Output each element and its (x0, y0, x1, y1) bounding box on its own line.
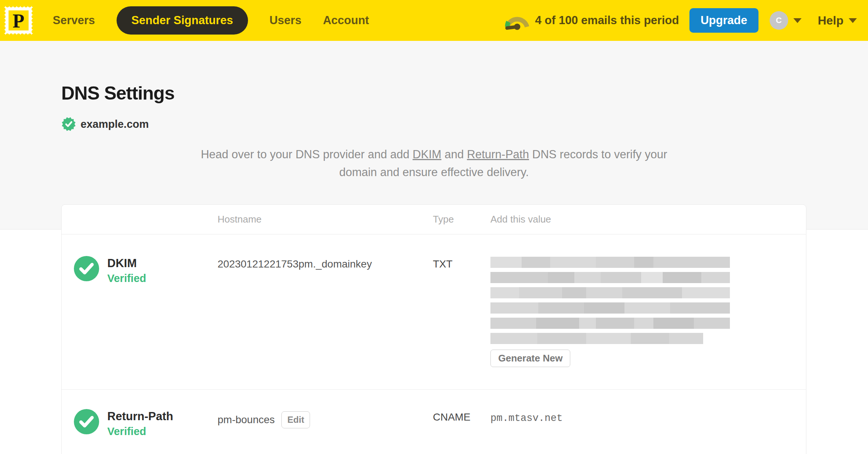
domain-name: example.com (81, 118, 149, 130)
hostname-cell: pm-bounces Edit (218, 409, 433, 428)
chevron-down-icon (793, 18, 802, 23)
nav-right: 4 of 100 emails this period Upgrade C He… (504, 8, 857, 33)
account-menu[interactable]: C (770, 11, 802, 30)
hostname-value: pm-bounces (218, 414, 275, 426)
type-cell: TXT (433, 256, 490, 270)
verified-seal-icon (61, 117, 76, 132)
page: P Servers Sender Signatures Users Accoun… (0, 0, 868, 454)
table-header-row: Hostname Type Add this value (62, 205, 806, 234)
status-badge: Verified (107, 425, 173, 438)
record-name: Return-Path (107, 409, 173, 423)
redacted-value-bar (490, 333, 703, 344)
usage-gauge-icon (504, 10, 531, 30)
description-text: Head over to your DNS provider and add (201, 148, 412, 161)
nav-item-sender-signatures[interactable]: Sender Signatures (117, 6, 248, 35)
hostname-value: 20230121221753pm._domainkey (218, 258, 372, 270)
nav-left: P Servers Sender Signatures Users Accoun… (3, 5, 369, 36)
redacted-dkim-value (490, 257, 806, 344)
primary-nav: Servers Sender Signatures Users Account (53, 6, 369, 35)
type-cell: CNAME (433, 409, 490, 423)
domain-row: example.com (61, 117, 868, 132)
record-name: DKIM (107, 256, 146, 270)
hostname-cell: 20230121221753pm._domainkey (218, 256, 433, 270)
dkim-link[interactable]: DKIM (412, 148, 441, 161)
top-navbar: P Servers Sender Signatures Users Accoun… (0, 0, 868, 41)
header-hostname: Hostname (218, 214, 433, 225)
redacted-value-bar (490, 302, 730, 314)
redacted-value-bar (490, 287, 730, 298)
main-content: DNS Settings example.com Head over to yo… (0, 41, 868, 454)
table-row-return-path: Return-Path Verified pm-bounces Edit CNA… (62, 389, 806, 454)
record-cell: DKIM Verified (62, 256, 218, 285)
postmark-logo-icon[interactable]: P (3, 5, 34, 36)
nav-item-servers[interactable]: Servers (53, 14, 95, 27)
redacted-value-bar (490, 318, 730, 329)
verified-check-icon (74, 409, 99, 434)
header-value: Add this value (490, 214, 806, 225)
svg-text:P: P (13, 10, 25, 32)
redacted-value-bar (490, 272, 730, 283)
status-badge: Verified (107, 272, 146, 285)
table-row-dkim: DKIM Verified 20230121221753pm._domainke… (62, 234, 806, 389)
page-title: DNS Settings (61, 41, 868, 104)
redacted-value-bar (490, 257, 730, 268)
return-path-link[interactable]: Return-Path (467, 148, 529, 161)
value-cell: pm.mtasv.net (490, 409, 806, 424)
help-menu[interactable]: Help (818, 14, 857, 27)
avatar[interactable]: C (770, 11, 788, 30)
verified-check-icon (74, 256, 99, 281)
dns-records-card: Hostname Type Add this value DKIM Verifi… (61, 204, 806, 454)
description-text: and (441, 148, 467, 161)
generate-new-button[interactable]: Generate New (490, 350, 570, 367)
page-description: Head over to your DNS provider and add D… (196, 146, 672, 181)
value-cell: Generate New (490, 256, 806, 367)
cname-value: pm.mtasv.net (490, 410, 806, 424)
edit-button[interactable]: Edit (281, 411, 310, 428)
chevron-down-icon (849, 18, 857, 23)
nav-item-users[interactable]: Users (270, 14, 301, 27)
upgrade-button[interactable]: Upgrade (689, 8, 758, 33)
record-cell: Return-Path Verified (62, 409, 218, 438)
nav-item-account[interactable]: Account (323, 14, 369, 27)
help-label: Help (818, 14, 843, 27)
usage-counter: 4 of 100 emails this period (535, 14, 679, 27)
header-type: Type (433, 214, 490, 225)
